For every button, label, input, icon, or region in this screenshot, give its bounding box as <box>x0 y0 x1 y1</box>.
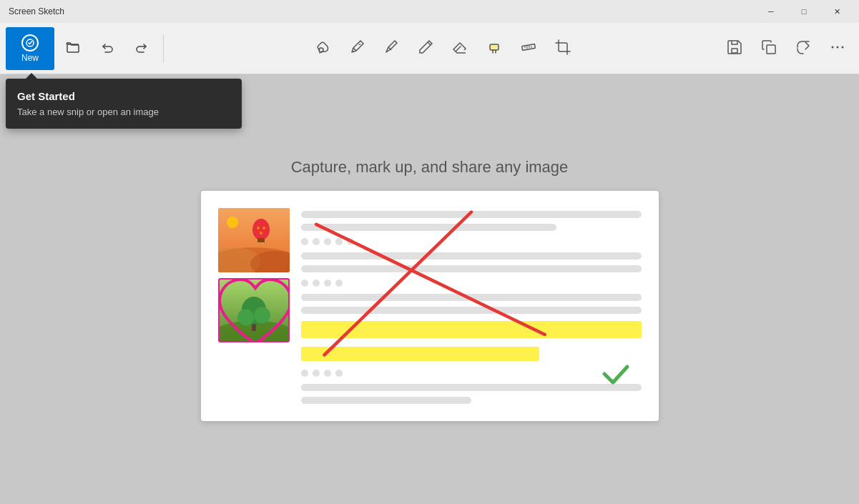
separator-1 <box>163 34 164 63</box>
copy-icon <box>760 39 777 58</box>
minimize-button[interactable]: ─ <box>755 0 787 23</box>
ballpoint-pen-button[interactable] <box>341 27 373 70</box>
pencil-button[interactable] <box>410 27 441 70</box>
dot <box>335 370 343 377</box>
ruler-icon <box>520 39 537 58</box>
redo-icon <box>134 39 149 57</box>
maximize-button[interactable]: □ <box>787 0 820 23</box>
bottom-image <box>218 278 290 342</box>
open-icon <box>65 39 81 57</box>
demo-illustration <box>201 191 659 421</box>
calligraphy-pen-button[interactable] <box>375 27 407 70</box>
dot <box>324 370 331 377</box>
dot <box>324 238 331 245</box>
highlighter-icon <box>486 39 503 58</box>
svg-point-13 <box>252 219 270 240</box>
svg-rect-14 <box>257 238 265 242</box>
content-line-4 <box>301 265 642 272</box>
card-images <box>218 208 290 404</box>
content-line-2 <box>301 224 556 231</box>
checkmark-svg <box>599 355 633 390</box>
pen1-icon <box>348 39 365 58</box>
ruler-button[interactable] <box>513 27 544 70</box>
content-line-1 <box>301 211 642 218</box>
dot <box>313 370 320 377</box>
dot <box>301 238 308 245</box>
tooltip-title: Get Started <box>17 90 230 102</box>
svg-rect-5 <box>767 45 775 54</box>
content-line-5 <box>301 294 642 301</box>
redo-button[interactable] <box>126 27 157 70</box>
toolbar-right-actions <box>719 27 853 70</box>
crop-button[interactable] <box>547 27 579 70</box>
pencil-icon <box>417 39 434 58</box>
svg-rect-2 <box>490 44 499 50</box>
dot <box>313 280 320 287</box>
svg-rect-3 <box>522 44 536 50</box>
dot <box>301 280 308 287</box>
svg-point-7 <box>837 46 839 49</box>
crop-icon <box>554 39 571 58</box>
app-title: Screen Sketch <box>6 6 755 16</box>
svg-point-16 <box>262 227 265 229</box>
highlight-line-1 <box>301 321 642 338</box>
highlight-line-2 <box>301 347 539 361</box>
svg-point-17 <box>260 232 262 234</box>
undo-button[interactable] <box>92 27 123 70</box>
more-icon <box>829 39 846 58</box>
content-line-8 <box>301 397 471 404</box>
tooltip-subtitle: Take a new snip or open an image <box>17 107 230 117</box>
svg-point-8 <box>842 46 844 49</box>
dots-row-1 <box>301 238 642 245</box>
eraser-button[interactable] <box>444 27 476 70</box>
content-line-7 <box>301 384 642 391</box>
drawing-tools <box>170 27 716 70</box>
new-label: New <box>21 53 39 63</box>
pen2-icon <box>383 39 400 58</box>
content-line-3 <box>301 252 642 260</box>
share-icon <box>795 39 812 58</box>
svg-point-18 <box>227 217 238 228</box>
title-bar: Screen Sketch ─ □ ✕ <box>0 0 859 23</box>
new-button-container: New Get Started Take a new snip or open … <box>6 27 54 70</box>
close-button[interactable]: ✕ <box>820 0 853 23</box>
dot <box>347 238 354 245</box>
more-button[interactable] <box>822 27 853 70</box>
svg-point-15 <box>257 227 260 229</box>
new-button[interactable]: New <box>6 27 54 70</box>
svg-point-1 <box>359 44 360 45</box>
open-button[interactable] <box>57 27 89 70</box>
highlighter-button[interactable] <box>478 27 510 70</box>
caption-text: Capture, mark up, and share any image <box>291 158 569 177</box>
top-image <box>218 208 290 272</box>
dot <box>313 238 320 245</box>
get-started-tooltip: Get Started Take a new snip or open an i… <box>6 79 242 129</box>
save-icon <box>726 39 743 58</box>
window-controls: ─ □ ✕ <box>755 0 853 23</box>
new-icon <box>21 34 39 51</box>
save-button[interactable] <box>719 27 750 70</box>
toolbar: New Get Started Take a new snip or open … <box>0 23 859 74</box>
share-button[interactable] <box>787 27 819 70</box>
dot <box>335 238 343 245</box>
svg-rect-4 <box>732 49 737 53</box>
card-content-lines <box>301 208 642 404</box>
touch-writing-button[interactable] <box>307 27 338 70</box>
content-line-6 <box>301 307 642 314</box>
eraser-icon <box>451 39 468 58</box>
main-content: Capture, mark up, and share any image <box>0 74 859 504</box>
dots-row-2 <box>301 280 642 287</box>
touch-icon <box>314 39 331 58</box>
copy-button[interactable] <box>753 27 785 70</box>
svg-point-6 <box>832 46 834 49</box>
dots-row-3 <box>301 370 642 377</box>
dot <box>335 280 343 287</box>
undo-icon <box>99 39 115 57</box>
dot <box>301 370 308 377</box>
dot <box>324 280 331 287</box>
